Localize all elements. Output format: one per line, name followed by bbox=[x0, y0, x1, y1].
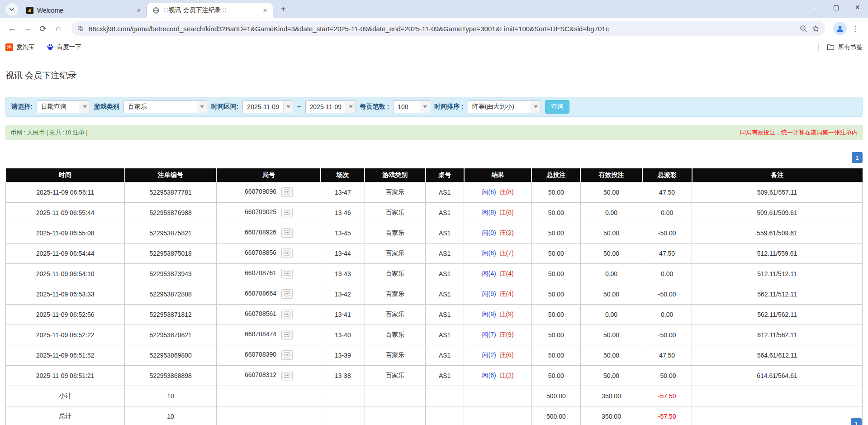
zoom-out-icon[interactable] bbox=[800, 25, 807, 33]
close-window-button[interactable]: ✕ bbox=[847, 0, 868, 14]
table-row: 2025-11-09 06:51:52 522953869800 6607083… bbox=[6, 345, 863, 365]
divider bbox=[818, 43, 819, 51]
bookmark-star-icon[interactable] bbox=[812, 25, 820, 33]
cell-payout: -50.00 bbox=[642, 325, 692, 345]
cell-valid-bet: 50.00 bbox=[580, 223, 642, 243]
cell-session: 13-42 bbox=[321, 284, 365, 304]
date-start-select[interactable]: 2025-11-09 bbox=[242, 100, 293, 113]
replay-icon[interactable] bbox=[281, 310, 293, 319]
col-valid-bet: 有效投注 bbox=[580, 168, 642, 182]
date-end-select[interactable]: 2025-11-09 bbox=[305, 100, 356, 113]
cell-remark: 509.61/509.61 bbox=[692, 202, 863, 223]
select-mode-label: 请选择: bbox=[11, 103, 33, 111]
table-row: 2025-11-09 06:54:10 522953873943 6607087… bbox=[6, 263, 863, 284]
cell-bet-id: 522953868898 bbox=[125, 365, 217, 386]
cell-session: 13-38 bbox=[321, 365, 365, 386]
cell-valid-bet: 0.00 bbox=[580, 304, 642, 325]
subtotal-payout: -57.50 bbox=[642, 386, 692, 406]
cell-remark: 562.11/562.11 bbox=[692, 304, 863, 325]
cell-session: 13-41 bbox=[321, 304, 365, 325]
sort-select[interactable]: 降幂(由大到小) bbox=[468, 100, 541, 113]
cell-payout: 0.00 bbox=[642, 263, 692, 284]
replay-icon[interactable] bbox=[281, 371, 293, 380]
cell-bet-id: 522953877781 bbox=[125, 182, 217, 202]
tab-search-button[interactable] bbox=[5, 3, 18, 16]
cell-result: 闲(7) 庄(9) bbox=[464, 325, 532, 345]
cell-table-no: AS1 bbox=[426, 263, 464, 284]
cell-total-bet-link[interactable]: 50.00 bbox=[531, 325, 580, 345]
search-button[interactable]: 查询 bbox=[545, 100, 569, 114]
cell-total-bet-link[interactable]: 50.00 bbox=[531, 223, 580, 243]
cell-payout: -50.00 bbox=[642, 223, 692, 243]
window-controls: – ▢ ✕ bbox=[804, 0, 868, 18]
bookmark-baidu[interactable]: 百度一下 bbox=[47, 43, 81, 51]
tab-bet-records[interactable]: :::视讯 会员下注纪录::: × bbox=[147, 3, 273, 18]
cell-total-bet-link[interactable]: 50.00 bbox=[531, 202, 580, 223]
table-row: 2025-11-09 06:55:44 522953876988 6607090… bbox=[6, 202, 863, 223]
forward-button[interactable]: → bbox=[20, 21, 35, 36]
query-mode-select[interactable]: 日期查询 bbox=[37, 100, 90, 113]
per-page-select[interactable]: 100 bbox=[393, 100, 430, 113]
cell-payout: 47.50 bbox=[642, 182, 692, 202]
cell-total-bet-link[interactable]: 50.00 bbox=[531, 284, 580, 304]
back-button[interactable]: ← bbox=[5, 21, 20, 36]
url-text: 66cxkj98.com/game/betrecord_search/kind3… bbox=[89, 25, 795, 33]
replay-icon[interactable] bbox=[281, 269, 293, 278]
replay-icon[interactable] bbox=[281, 330, 293, 339]
replay-icon[interactable] bbox=[281, 228, 293, 238]
cell-round-id: 660708312 bbox=[216, 365, 321, 386]
cell-remark: 512.11/559.61 bbox=[692, 243, 863, 263]
baidu-paw-icon bbox=[47, 43, 54, 51]
address-bar[interactable]: 66cxkj98.com/game/betrecord_search/kind3… bbox=[71, 21, 825, 36]
site-controls-icon[interactable] bbox=[77, 25, 84, 32]
result-player: 闲(6) bbox=[482, 372, 496, 379]
browser-menu-icon[interactable]: ⋮ bbox=[849, 24, 863, 33]
cell-result: 闲(8) 庄(8) bbox=[464, 202, 532, 223]
cell-total-bet-link[interactable]: 50.00 bbox=[531, 263, 580, 284]
cell-remark: 562.11/512.11 bbox=[692, 284, 863, 304]
cell-total-bet-link[interactable]: 50.00 bbox=[531, 182, 580, 202]
tab-welcome[interactable]: Welcome × bbox=[21, 3, 147, 18]
cell-total-bet-link[interactable]: 50.00 bbox=[531, 345, 580, 365]
game-type-select[interactable]: 百家乐 bbox=[123, 100, 207, 113]
replay-icon[interactable] bbox=[281, 248, 293, 258]
cell-bet-id: 522953875821 bbox=[125, 223, 217, 243]
cell-payout: 0.00 bbox=[642, 304, 692, 325]
cell-round-id: 660709096 bbox=[216, 182, 321, 202]
new-tab-button[interactable]: + bbox=[277, 4, 289, 14]
replay-icon[interactable] bbox=[281, 350, 293, 360]
table-row: 2025-11-09 06:51:21 522953868898 6607083… bbox=[6, 365, 863, 386]
cell-remark: 509.61/557.11 bbox=[692, 182, 863, 202]
cell-session: 13-39 bbox=[321, 345, 365, 365]
maximize-button[interactable]: ▢ bbox=[825, 0, 847, 14]
replay-icon[interactable] bbox=[281, 208, 293, 217]
cell-round-id: 660708664 bbox=[216, 284, 321, 304]
cell-payout: -50.00 bbox=[642, 284, 692, 304]
total-count: 10 bbox=[125, 406, 217, 425]
replay-icon[interactable] bbox=[281, 187, 293, 197]
minimize-button[interactable]: – bbox=[804, 0, 825, 14]
tilde-separator: ~ bbox=[297, 103, 301, 110]
col-time: 时间 bbox=[6, 168, 125, 182]
table-row: 2025-11-09 06:55:08 522953875821 6607089… bbox=[6, 223, 863, 243]
folder-icon bbox=[827, 44, 835, 51]
cell-result: 闲(9) 庄(4) bbox=[464, 284, 532, 304]
cell-total-bet-link[interactable]: 50.00 bbox=[531, 243, 580, 263]
reload-button[interactable]: ⟳ bbox=[35, 21, 51, 36]
pagination-bottom-button[interactable]: 1 bbox=[851, 418, 862, 425]
all-bookmarks-button[interactable]: 所有书签 bbox=[818, 43, 863, 51]
home-button[interactable]: ⌂ bbox=[51, 21, 66, 36]
cell-bet-id: 522953870821 bbox=[125, 325, 217, 345]
replay-icon[interactable] bbox=[281, 289, 293, 299]
tab-close-icon[interactable]: × bbox=[135, 6, 143, 14]
bookmark-taobao[interactable]: 淘 爱淘宝 bbox=[5, 43, 35, 51]
subtotal-total-bet: 500.00 bbox=[531, 386, 580, 406]
cell-total-bet-link[interactable]: 50.00 bbox=[531, 365, 580, 386]
result-banker: 庄(2) bbox=[500, 229, 514, 236]
page-1-button[interactable]: 1 bbox=[852, 152, 863, 163]
cell-total-bet-link[interactable]: 50.00 bbox=[531, 304, 580, 325]
profile-avatar[interactable] bbox=[833, 22, 847, 35]
cell-result: 闲(6) 庄(8) bbox=[464, 182, 532, 202]
tab-close-icon[interactable]: × bbox=[261, 6, 269, 14]
subtotal-row: 小计 10 500.00 350.00 -57.50 bbox=[6, 386, 863, 406]
